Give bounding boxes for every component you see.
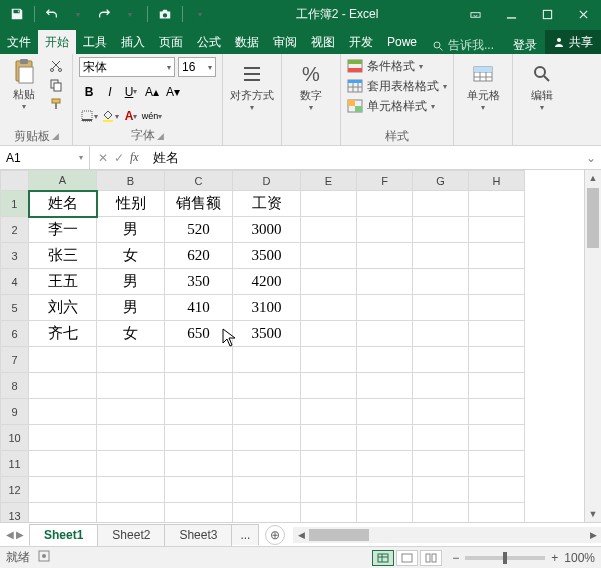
- cell-E13[interactable]: [301, 503, 357, 523]
- row-header-7[interactable]: 7: [1, 347, 29, 373]
- fx-icon[interactable]: fx: [130, 150, 139, 165]
- cell-D12[interactable]: [233, 477, 301, 503]
- vertical-scrollbar[interactable]: ▲ ▼: [584, 170, 601, 522]
- cell-B1[interactable]: 性别: [97, 191, 165, 217]
- cell-B3[interactable]: 女: [97, 243, 165, 269]
- cell-C11[interactable]: [165, 451, 233, 477]
- cell-G1[interactable]: [413, 191, 469, 217]
- cell-C8[interactable]: [165, 373, 233, 399]
- cell-A9[interactable]: [29, 399, 97, 425]
- fill-color-icon[interactable]: ▾: [100, 106, 120, 126]
- view-normal-icon[interactable]: [372, 550, 394, 566]
- col-header-G[interactable]: G: [413, 171, 469, 191]
- cell-E12[interactable]: [301, 477, 357, 503]
- cell-E3[interactable]: [301, 243, 357, 269]
- cell-E11[interactable]: [301, 451, 357, 477]
- cell-G10[interactable]: [413, 425, 469, 451]
- row-header-13[interactable]: 13: [1, 503, 29, 523]
- tab-power[interactable]: Powe: [380, 30, 424, 54]
- cell-A12[interactable]: [29, 477, 97, 503]
- cell-A6[interactable]: 齐七: [29, 321, 97, 347]
- cell-C9[interactable]: [165, 399, 233, 425]
- cut-icon[interactable]: [46, 57, 66, 75]
- cell-C10[interactable]: [165, 425, 233, 451]
- cell-E7[interactable]: [301, 347, 357, 373]
- format-painter-icon[interactable]: [46, 95, 66, 113]
- save-icon[interactable]: [6, 3, 28, 25]
- paste-dropdown[interactable]: ▾: [22, 102, 26, 111]
- cell-E8[interactable]: [301, 373, 357, 399]
- tab-insert[interactable]: 插入: [114, 30, 152, 54]
- tab-data[interactable]: 数据: [228, 30, 266, 54]
- row-header-3[interactable]: 3: [1, 243, 29, 269]
- cell-E1[interactable]: [301, 191, 357, 217]
- grid[interactable]: ABCDEFGH1姓名性别销售额工资2李一男52030003张三女6203500…: [0, 170, 584, 522]
- cancel-formula-icon[interactable]: ✕: [98, 151, 108, 165]
- cell-D7[interactable]: [233, 347, 301, 373]
- cell-B5[interactable]: 男: [97, 295, 165, 321]
- cell-F12[interactable]: [357, 477, 413, 503]
- expand-formula-bar[interactable]: ⌄: [581, 151, 601, 165]
- font-dialog-launcher[interactable]: ◢: [157, 131, 164, 141]
- cell-D1[interactable]: 工资: [233, 191, 301, 217]
- sheet-tab-sheet1[interactable]: Sheet1: [29, 524, 98, 546]
- name-box[interactable]: A1▾: [0, 146, 90, 169]
- scroll-right-arrow[interactable]: ▶: [585, 530, 601, 540]
- col-header-C[interactable]: C: [165, 171, 233, 191]
- cell-C2[interactable]: 520: [165, 217, 233, 243]
- cell-A5[interactable]: 刘六: [29, 295, 97, 321]
- cell-G2[interactable]: [413, 217, 469, 243]
- cell-E9[interactable]: [301, 399, 357, 425]
- underline-button[interactable]: U▾: [121, 82, 141, 102]
- cell-F3[interactable]: [357, 243, 413, 269]
- view-layout-icon[interactable]: [396, 550, 418, 566]
- col-header-D[interactable]: D: [233, 171, 301, 191]
- cell-E5[interactable]: [301, 295, 357, 321]
- cell-E6[interactable]: [301, 321, 357, 347]
- cell-B12[interactable]: [97, 477, 165, 503]
- redo-icon[interactable]: [93, 3, 115, 25]
- cell-A11[interactable]: [29, 451, 97, 477]
- cell-F10[interactable]: [357, 425, 413, 451]
- scroll-left-arrow[interactable]: ◀: [293, 530, 309, 540]
- cell-D2[interactable]: 3000: [233, 217, 301, 243]
- cell-B11[interactable]: [97, 451, 165, 477]
- row-header-12[interactable]: 12: [1, 477, 29, 503]
- cell-F11[interactable]: [357, 451, 413, 477]
- cell-H2[interactable]: [469, 217, 525, 243]
- increase-font-icon[interactable]: A▴: [142, 82, 162, 102]
- zoom-control[interactable]: − + 100%: [452, 551, 595, 565]
- cell-G6[interactable]: [413, 321, 469, 347]
- cell-E10[interactable]: [301, 425, 357, 451]
- cell-B4[interactable]: 男: [97, 269, 165, 295]
- row-header-2[interactable]: 2: [1, 217, 29, 243]
- cell-G11[interactable]: [413, 451, 469, 477]
- tab-layout[interactable]: 页面: [152, 30, 190, 54]
- cell-B8[interactable]: [97, 373, 165, 399]
- vscroll-thumb[interactable]: [587, 188, 599, 248]
- row-header-5[interactable]: 5: [1, 295, 29, 321]
- cell-F6[interactable]: [357, 321, 413, 347]
- table-format-button[interactable]: 套用表格格式▾: [347, 77, 447, 95]
- cell-F8[interactable]: [357, 373, 413, 399]
- cell-H4[interactable]: [469, 269, 525, 295]
- cell-A8[interactable]: [29, 373, 97, 399]
- row-header-1[interactable]: 1: [1, 191, 29, 217]
- zoom-value[interactable]: 100%: [564, 551, 595, 565]
- cell-A13[interactable]: [29, 503, 97, 523]
- cell-D11[interactable]: [233, 451, 301, 477]
- alignment-button[interactable]: 对齐方式 ▾: [229, 57, 275, 117]
- cell-F7[interactable]: [357, 347, 413, 373]
- row-header-11[interactable]: 11: [1, 451, 29, 477]
- font-color-icon[interactable]: A▾: [121, 106, 141, 126]
- sheet-tab-sheet3[interactable]: Sheet3: [164, 524, 232, 546]
- redo-dropdown[interactable]: ▾: [119, 3, 141, 25]
- cell-C5[interactable]: 410: [165, 295, 233, 321]
- cell-C4[interactable]: 350: [165, 269, 233, 295]
- accept-formula-icon[interactable]: ✓: [114, 151, 124, 165]
- cell-C12[interactable]: [165, 477, 233, 503]
- editing-button[interactable]: 编辑 ▾: [519, 57, 565, 117]
- cell-C7[interactable]: [165, 347, 233, 373]
- cell-H5[interactable]: [469, 295, 525, 321]
- cell-styles-button[interactable]: 单元格样式▾: [347, 97, 447, 115]
